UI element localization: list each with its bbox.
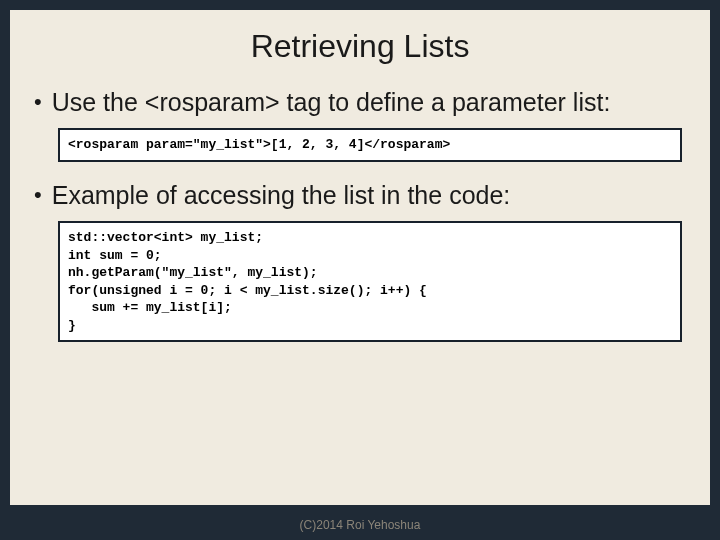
code-block-cpp: std::vector<int> my_list; int sum = 0; n… [58, 221, 682, 342]
bullet-item: • Example of accessing the list in the c… [38, 180, 682, 211]
bullet-text: Use the <rosparam> tag to define a param… [52, 87, 611, 118]
slide: Retrieving Lists • Use the <rosparam> ta… [10, 10, 710, 505]
page-title: Retrieving Lists [38, 28, 682, 65]
bullet-dot-icon: • [34, 180, 42, 210]
bullet-text: Example of accessing the list in the cod… [52, 180, 511, 211]
bullet-dot-icon: • [34, 87, 42, 117]
bullet-item: • Use the <rosparam> tag to define a par… [38, 87, 682, 118]
footer-copyright: (C)2014 Roi Yehoshua [0, 518, 720, 532]
code-block-rosparam: <rosparam param="my_list">[1, 2, 3, 4]</… [58, 128, 682, 162]
